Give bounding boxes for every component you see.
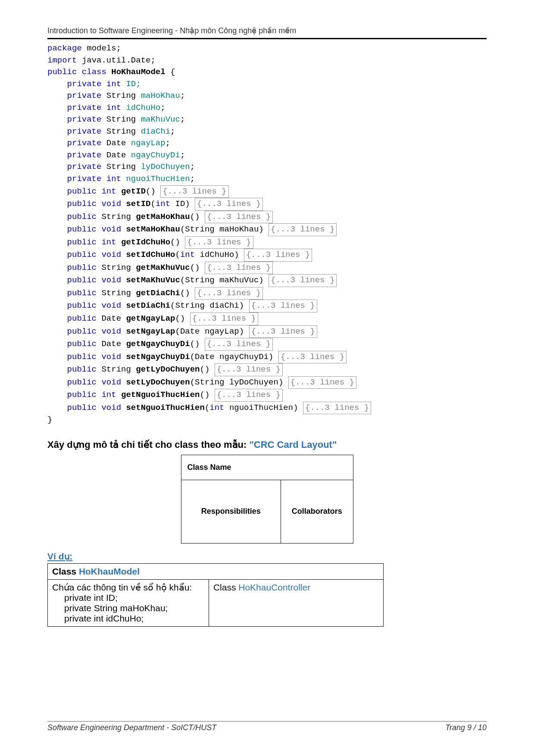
footer-right: Trang 9 / 10 [445,723,487,732]
footer-left: Software Engineering Department - SoICT/… [47,723,216,732]
crc-example-table: Class HoKhauModel Chứa các thông tin về … [47,563,384,627]
section-title: Xây dựng mô tả chi tiết cho class theo m… [47,439,487,450]
page-footer: Software Engineering Department - SoICT/… [47,721,487,732]
example-responsibilities: Chứa các thông tin về sổ hộ khẩu: privat… [48,579,209,626]
page-header: Introduction to Software Engineering - N… [47,26,487,39]
code-block: package models; import java.util.Date; p… [47,43,487,426]
example-collaborators: Class HoKhauController [209,579,383,626]
example-class-header: Class HoKhauModel [48,563,384,579]
crc-collaborators: Collaborators [281,480,353,543]
example-heading: Ví dụ: [47,551,487,562]
crc-responsibilities: Responsibilities [181,480,281,543]
crc-classname: Class Name [181,455,353,480]
crc-layout-table: Class Name Responsibilities Collaborator… [181,455,353,544]
